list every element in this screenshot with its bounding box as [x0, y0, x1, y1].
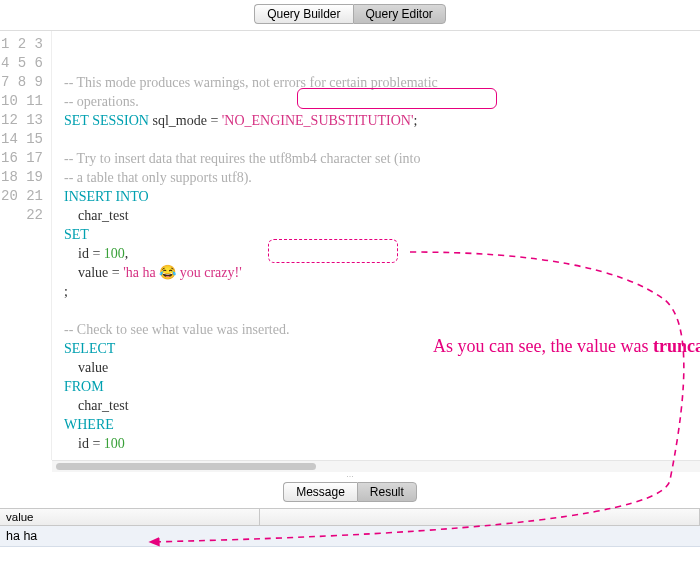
code-string: 'NO_ENGINE_SUBSTITUTION' [222, 113, 414, 128]
code-comment: -- This mode produces warnings, not erro… [64, 75, 438, 90]
code-keyword: SET [64, 227, 89, 242]
highlight-no-engine-substitution [297, 88, 497, 109]
code-keyword: WHERE [64, 417, 114, 432]
code-comment: -- operations. [64, 94, 139, 109]
code-text: value [64, 360, 108, 375]
top-tab-bar: Query Builder Query Editor [0, 0, 700, 30]
highlight-emoji-string [268, 239, 398, 263]
result-cell-value: ha ha [0, 526, 260, 546]
code-area[interactable]: -- This mode produces warnings, not erro… [52, 31, 700, 460]
scrollbar-thumb[interactable] [56, 463, 316, 470]
column-header-value[interactable]: value [0, 509, 260, 525]
code-string: 'ha ha 😂 you crazy!' [123, 265, 241, 280]
tab-query-editor[interactable]: Query Editor [353, 4, 446, 24]
line-number-gutter: 1 2 3 4 5 6 7 8 9 10 11 12 13 14 15 16 1… [0, 31, 52, 460]
tab-query-builder[interactable]: Query Builder [254, 4, 352, 24]
pane-resize-grip[interactable]: ··· [0, 472, 700, 480]
code-number: 100 [104, 246, 125, 261]
code-comment: -- Check to see what value was inserted. [64, 322, 289, 337]
column-header-empty [260, 509, 700, 525]
annotation-text: As you can see, the value was truncated … [407, 307, 700, 385]
code-keyword: FROM [64, 379, 104, 394]
sql-editor: 1 2 3 4 5 6 7 8 9 10 11 12 13 14 15 16 1… [0, 30, 700, 460]
horizontal-scrollbar[interactable] [52, 460, 700, 472]
results-panel: value ha ha [0, 508, 700, 573]
code-text: char_test [64, 398, 129, 413]
results-header-row: value [0, 509, 700, 526]
code-comment: -- a table that only supports utf8). [64, 170, 252, 185]
table-row[interactable]: ha ha [0, 526, 700, 547]
code-keyword: SET SESSION [64, 113, 149, 128]
code-number: 100 [104, 436, 125, 451]
results-empty-area [0, 547, 700, 573]
code-keyword: INSERT INTO [64, 189, 149, 204]
results-tab-bar: Message Result [0, 480, 700, 508]
code-keyword: SELECT [64, 341, 115, 356]
code-comment: -- Try to insert data that requires the … [64, 151, 421, 166]
code-text: char_test [64, 208, 129, 223]
tab-message[interactable]: Message [283, 482, 357, 502]
tab-result[interactable]: Result [357, 482, 417, 502]
